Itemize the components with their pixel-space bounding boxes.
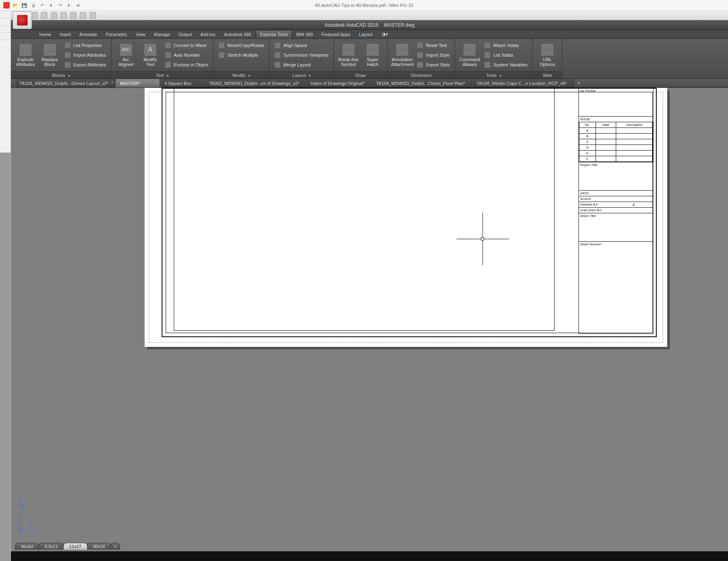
list-xdata-button[interactable]: List Xdata	[482, 50, 530, 60]
paper-sheet: KEYPLAN: ISSUE: No.DateDescription A B C…	[145, 88, 667, 347]
merge-icon	[274, 62, 281, 68]
layout-tab[interactable]: 36x24	[87, 543, 111, 550]
annotation-attachment-button[interactable]: Annotation Attachment	[390, 40, 414, 70]
tab-manage[interactable]: Manage	[150, 30, 175, 38]
tab-layout[interactable]: Layout	[355, 30, 377, 38]
import-attributes-button[interactable]: Import Attributes	[62, 50, 109, 60]
qat-save-icon[interactable]	[51, 12, 57, 19]
sheet-title-label: Sheet Title:	[580, 214, 596, 218]
stretch-multiple-button[interactable]: Stretch Multiple	[216, 50, 267, 60]
panel-tools-title[interactable]: Tools	[486, 73, 497, 78]
system-variables-button[interactable]: System Variables	[482, 60, 530, 70]
acad-titlebar: Autodesk AutoCAD 2015 MASTER.dwg	[11, 20, 728, 30]
tab-output[interactable]: Output	[175, 30, 196, 38]
doc-tab[interactable]: TA104_WDWSD_Dolphi...Closet_Floor Plan*	[371, 79, 472, 87]
project-title-label: Project Title:	[580, 163, 598, 167]
scale-label: SCALE:	[580, 197, 591, 201]
reset-text-button[interactable]: Reset Text	[414, 40, 452, 50]
export-attributes-button[interactable]: Export Attributes	[62, 60, 109, 70]
ribbon-visibility-toggle[interactable]: ◑▾	[377, 30, 393, 38]
more-icon[interactable]: ▫▾	[75, 2, 81, 8]
move-icon	[218, 42, 225, 49]
nitro-doc-title: 40-AutoCAD-Tips-in-40-Minutes.pdf - Nitr…	[315, 3, 413, 8]
open-icon[interactable]: 📂	[12, 2, 19, 8]
qat-undo-icon[interactable]	[80, 12, 86, 19]
panel-text-title[interactable]: Text	[156, 73, 164, 78]
qat-open-icon[interactable]	[41, 12, 47, 19]
tab-insert[interactable]: Insert	[56, 30, 75, 38]
model-tab[interactable]: Model	[15, 543, 39, 550]
tab-featured-apps[interactable]: Featured Apps	[317, 30, 355, 38]
panel-modify-title[interactable]: Modify	[233, 73, 246, 78]
layout-tab[interactable]: 8.5x11	[38, 543, 64, 550]
tab-parametric[interactable]: Parametric	[102, 30, 132, 38]
tab-view[interactable]: View	[132, 30, 150, 38]
panel-layout-title[interactable]: Layout	[292, 73, 306, 78]
import-style-button[interactable]: Import Style	[414, 50, 452, 60]
move-copy-rotate-button[interactable]: Move/Copy/Rotate	[216, 40, 267, 50]
viewport[interactable]	[174, 88, 555, 331]
doc-tab[interactable]: 4 Square Box	[160, 79, 205, 87]
save-icon[interactable]: 💾	[21, 2, 28, 8]
modify-text-icon: A	[144, 43, 157, 56]
close-icon[interactable]: ×	[111, 81, 113, 85]
url-options-button[interactable]: URL Options	[535, 40, 559, 70]
close-icon[interactable]: ×	[156, 81, 158, 85]
doc-tab[interactable]: MASTER*×	[115, 79, 160, 87]
panel-blocks-title[interactable]: Blocks	[52, 73, 65, 78]
redo-icon[interactable]: ↷	[57, 2, 63, 8]
tab-express-tools[interactable]: Express Tools	[256, 30, 292, 38]
qat-plot-icon[interactable]	[70, 12, 77, 19]
drawn-by-label: DRAWN BY:	[580, 203, 598, 206]
arc-text-icon: ABC	[120, 43, 132, 56]
enclose-object-button[interactable]: Enclose in Object	[162, 60, 211, 70]
qat-redo-icon[interactable]	[90, 12, 96, 19]
merge-layout-button[interactable]: Merge Layout	[272, 60, 331, 70]
issue-table: No.DateDescription A B C D E F	[579, 122, 653, 162]
qat-new-icon[interactable]	[31, 12, 38, 19]
ribbon: Explode Attributes Replace Block List Pr…	[11, 39, 728, 79]
command-aliases-button[interactable]: Command Aliases	[457, 40, 482, 70]
doc-tab[interactable]: TA104_Westin Cape C...e Location_RCP_v6*	[472, 79, 574, 87]
explode-attributes-button[interactable]: Explode Attributes	[13, 40, 38, 70]
replace-block-button[interactable]: Replace Block	[38, 40, 62, 70]
tab-annotate[interactable]: Annotate	[75, 30, 102, 38]
layout-tab[interactable]: 11x17	[63, 543, 88, 550]
doc-tab[interactable]: TA002_WDWSD_Dolphi...ex of Drawings_v2*	[205, 79, 306, 87]
doc-tab[interactable]: Index of Drawings Original*	[306, 79, 371, 87]
qat-saveas-icon[interactable]	[60, 12, 67, 19]
svg-line-2	[20, 499, 32, 531]
annotation-icon	[396, 43, 409, 56]
undo-icon[interactable]: ↶	[39, 2, 45, 8]
import-style-icon	[417, 52, 423, 58]
list-xdata-icon	[484, 52, 491, 58]
auto-number-button[interactable]: Auto Number	[162, 50, 211, 60]
sync-viewports-button[interactable]: Synchronize Viewports	[272, 50, 331, 60]
stretch-icon	[218, 52, 225, 58]
panel-blocks: Explode Attributes Replace Block List Pr…	[11, 39, 111, 79]
panel-dimension: Annotation Attachment Reset Text Import …	[388, 39, 455, 79]
autocad-window: Autodesk AutoCAD 2015 MASTER.dwg Home In…	[11, 11, 728, 561]
print-icon[interactable]: 🖨	[30, 2, 36, 8]
doc-tab[interactable]: TA103_WDWSD_Dolphi...Device Layout_v2*×	[15, 79, 115, 87]
export-style-button[interactable]: Export Style	[414, 60, 452, 70]
arc-aligned-button[interactable]: ABCArc Aligned	[114, 40, 138, 70]
app-name: Autodesk AutoCAD 2015	[325, 22, 378, 28]
new-doc-tab-button[interactable]: ✕	[574, 79, 584, 87]
list-properties-button[interactable]: List Properties	[62, 40, 109, 50]
modify-text-button[interactable]: AModify Text	[138, 40, 162, 70]
drawing-canvas[interactable]: KEYPLAN: ISSUE: No.DateDescription A B C…	[11, 88, 728, 551]
doc-name: MASTER.dwg	[384, 22, 414, 28]
tab-addins[interactable]: Add-ins	[196, 30, 220, 38]
breakline-button[interactable]: Break-line Symbol	[336, 40, 361, 70]
new-layout-button[interactable]: +	[110, 543, 120, 550]
tab-home[interactable]: Home	[35, 30, 56, 38]
panel-web: URL Options Web	[533, 39, 562, 79]
convert-mtext-button[interactable]: Convert to Mtext	[162, 40, 211, 50]
align-space-button[interactable]: Align Space	[272, 40, 331, 50]
superhatch-button[interactable]: Super Hatch	[361, 40, 385, 70]
attach-xdata-button[interactable]: Attach Xdata	[482, 40, 530, 50]
application-menu-button[interactable]	[13, 11, 32, 29]
tab-autodesk360[interactable]: Autodesk 360	[220, 30, 256, 38]
tab-bim360[interactable]: BIM 360	[292, 30, 317, 38]
